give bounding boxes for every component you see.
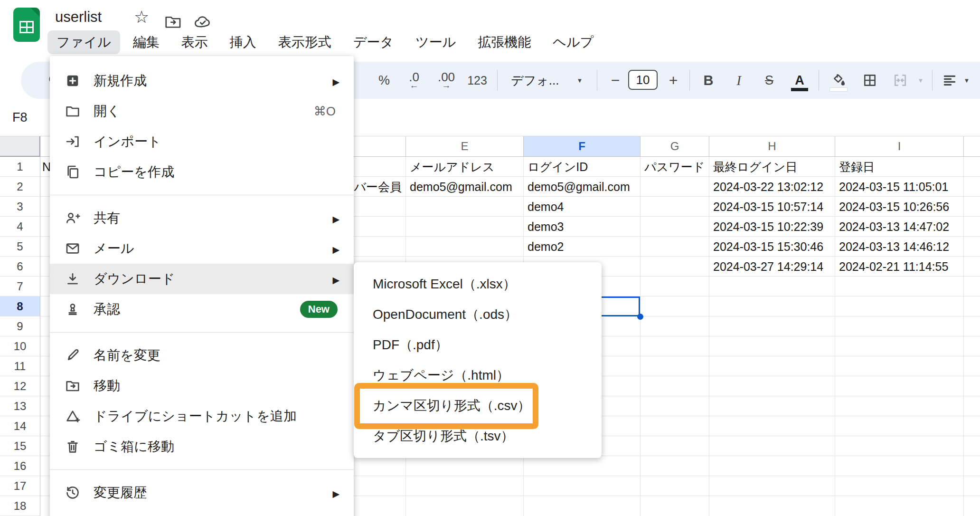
row-header-4[interactable]: 4	[0, 217, 40, 237]
column-header-F[interactable]: F	[523, 136, 640, 156]
align-left-icon[interactable]	[939, 62, 960, 99]
row-header-1[interactable]: 1	[0, 157, 40, 177]
file-menu-item[interactable]: コピーを作成	[50, 157, 354, 187]
decrease-font-size-button[interactable]: −	[605, 62, 626, 99]
download-submenu-item[interactable]: PDF（.pdf）	[354, 330, 602, 360]
file-menu-item[interactable]: メール	[50, 233, 354, 264]
document-title[interactable]: userlist	[55, 9, 102, 26]
increase-font-size-button[interactable]: +	[663, 62, 684, 99]
row-header-3[interactable]: 3	[0, 197, 40, 217]
cell-H3[interactable]: 2024-03-15 10:57:14	[713, 197, 835, 217]
star-icon[interactable]	[134, 9, 149, 26]
menubar-item-ファイル[interactable]: ファイル	[47, 30, 120, 54]
cell-I6[interactable]: 2024-02-21 11:14:55	[839, 257, 963, 277]
select-all-corner[interactable]	[0, 136, 40, 157]
more-formats-button[interactable]: 123	[462, 62, 493, 99]
row-header-11[interactable]: 11	[0, 356, 40, 376]
row-header-14[interactable]: 14	[0, 416, 40, 436]
cell-A1[interactable]: N	[42, 157, 50, 177]
cell-G1[interactable]: パスワード	[644, 157, 709, 177]
file-menu-item[interactable]: ダウンロード	[50, 264, 354, 294]
cell-E1[interactable]: メールアドレス	[410, 157, 523, 177]
row-header-5[interactable]: 5	[0, 237, 40, 257]
strikethrough-button[interactable]: S	[759, 62, 780, 99]
column-header-I[interactable]: I	[835, 136, 963, 156]
file-menu-item[interactable]: 変更履歴	[50, 478, 354, 508]
file-menu-item[interactable]: ドライブにショートカットを追加	[50, 401, 354, 431]
cell-E2[interactable]: demo5@gmail.com	[410, 177, 523, 197]
row-header-10[interactable]: 10	[0, 336, 40, 356]
decrease-decimal-button[interactable]: .0←	[400, 62, 428, 99]
cell-H4[interactable]: 2024-03-15 10:22:39	[713, 217, 835, 237]
row-header-8[interactable]: 8	[0, 296, 40, 316]
download-submenu-item[interactable]: タブ区切り形式（.tsv）	[354, 421, 602, 451]
download-submenu-item[interactable]: ウェブページ（.html）	[354, 360, 602, 391]
cell-H1[interactable]: 最終ログイン日	[713, 157, 835, 177]
file-menu-item[interactable]: オフラインで使用可能にする	[50, 508, 354, 516]
cell-I3[interactable]: 2024-03-15 10:26:56	[839, 197, 963, 217]
row-header-12[interactable]: 12	[0, 376, 40, 396]
row-header-16[interactable]: 16	[0, 456, 40, 476]
file-menu-item[interactable]: 新規作成	[50, 66, 354, 96]
cell-H2[interactable]: 2024-03-22 13:02:12	[713, 177, 835, 197]
align-caret-icon[interactable]	[960, 62, 973, 99]
cell-F5[interactable]: demo2	[528, 237, 640, 257]
folder-move-icon[interactable]	[164, 13, 181, 30]
menubar-item-表示[interactable]: 表示	[172, 30, 217, 54]
row-header-13[interactable]: 13	[0, 396, 40, 416]
font-size-input[interactable]: 10	[628, 70, 658, 90]
cloud-check-icon[interactable]	[194, 13, 212, 30]
row-header-18[interactable]: 18	[0, 496, 40, 516]
menubar-item-編集[interactable]: 編集	[124, 30, 169, 54]
row-header-7[interactable]: 7	[0, 277, 40, 296]
file-menu-item[interactable]: ゴミ箱に移動	[50, 431, 354, 462]
bold-button[interactable]: B	[698, 62, 719, 99]
file-menu-item[interactable]: インポート	[50, 126, 354, 157]
sheets-logo[interactable]	[13, 8, 40, 42]
file-menu-item[interactable]: 移動	[50, 371, 354, 401]
increase-decimal-button[interactable]: .00→	[431, 62, 462, 99]
cell-F2[interactable]: demo5@gmail.com	[528, 177, 640, 197]
merge-cells-caret-icon[interactable]	[914, 62, 928, 99]
row-header-15[interactable]: 15	[0, 436, 40, 456]
merge-cells-icon[interactable]	[890, 62, 911, 99]
download-submenu-item[interactable]: カンマ区切り形式（.csv）	[354, 391, 602, 421]
file-menu-item[interactable]: 承認New	[50, 294, 354, 325]
menubar-item-表示形式[interactable]: 表示形式	[269, 30, 340, 54]
column-header-E[interactable]: E	[405, 136, 523, 156]
vertical-align-icon[interactable]	[977, 62, 980, 99]
cell-H5[interactable]: 2024-03-15 15:30:46	[713, 237, 835, 257]
cell-F1[interactable]: ログインID	[528, 157, 640, 177]
font-selector-caret-icon[interactable]	[573, 62, 587, 99]
text-color-button[interactable]: A	[789, 62, 810, 104]
selection-fill-handle[interactable]	[637, 314, 643, 320]
cell-I5[interactable]: 2024-03-13 14:46:12	[839, 237, 963, 257]
cell-H6[interactable]: 2024-03-27 14:29:14	[713, 257, 835, 277]
fill-color-icon[interactable]	[828, 62, 849, 103]
borders-icon[interactable]	[859, 62, 880, 99]
cell-I4[interactable]: 2024-03-13 14:47:02	[839, 217, 963, 237]
file-menu-item[interactable]: 名前を変更	[50, 340, 354, 371]
column-header-H[interactable]: H	[709, 136, 835, 156]
row-header-9[interactable]: 9	[0, 316, 40, 336]
menubar-item-ヘルプ[interactable]: ヘルプ	[544, 30, 603, 54]
italic-button[interactable]: I	[728, 62, 749, 99]
percent-format-button[interactable]: %	[373, 62, 395, 99]
download-submenu-item[interactable]: OpenDocument（.ods）	[354, 299, 602, 330]
font-selector[interactable]: デフォ...	[504, 62, 582, 99]
cell-I2[interactable]: 2024-03-15 11:05:01	[839, 177, 963, 197]
download-submenu-item[interactable]: Microsoft Excel（.xlsx）	[354, 269, 602, 299]
menubar-item-データ[interactable]: データ	[344, 30, 403, 54]
name-box[interactable]: F8	[12, 99, 28, 136]
file-menu-item[interactable]: 共有	[50, 203, 354, 233]
menubar-item-挿入[interactable]: 挿入	[221, 30, 265, 54]
row-header-17[interactable]: 17	[0, 476, 40, 496]
cell-F3[interactable]: demo4	[528, 197, 640, 217]
cell-F4[interactable]: demo3	[528, 217, 640, 237]
menubar-item-ツール[interactable]: ツール	[406, 30, 465, 54]
column-header-partial[interactable]	[963, 136, 980, 156]
row-header-2[interactable]: 2	[0, 177, 40, 197]
cell-I1[interactable]: 登録日	[839, 157, 963, 177]
column-header-G[interactable]: G	[640, 136, 709, 156]
menubar-item-拡張機能[interactable]: 拡張機能	[469, 30, 540, 54]
